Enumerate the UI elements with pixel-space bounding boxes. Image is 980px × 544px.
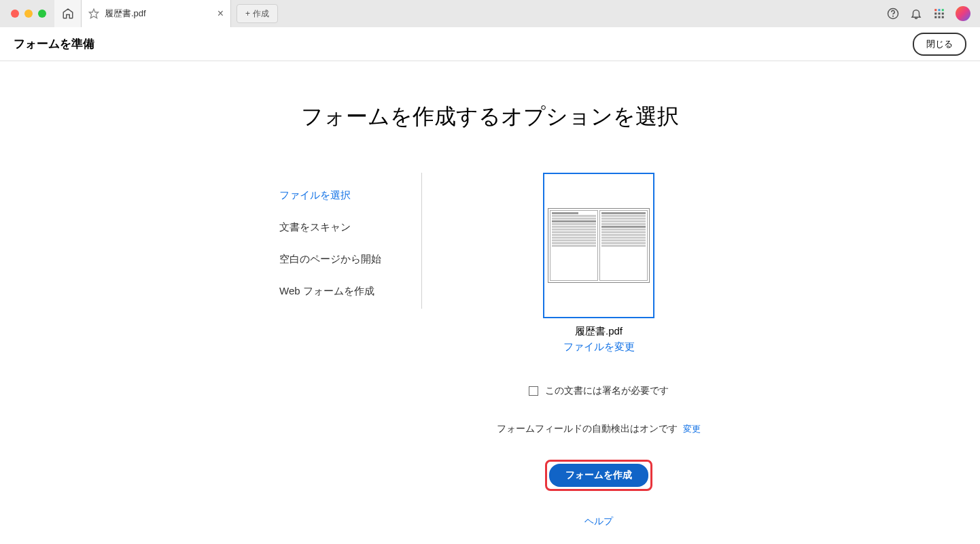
svg-point-2 [893,16,894,16]
titlebar: 履歴書.pdf × + 作成 [0,0,980,27]
main-title: フォームを作成するオプションを選択 [301,102,679,132]
svg-rect-5 [942,9,944,11]
svg-rect-8 [942,13,944,15]
close-window-button[interactable] [11,10,19,18]
signature-label: この文書には署名が必要です [545,385,669,397]
autodetect-change-link[interactable]: 変更 [683,423,701,435]
file-tab-label: 履歴書.pdf [105,7,212,20]
bell-icon[interactable] [909,7,923,20]
preview-area: 履歴書.pdf ファイルを変更 この文書には署名が必要です フォームフィールドの… [497,173,701,528]
preview-thumbnail [548,208,650,283]
signature-row: この文書には署名が必要です [529,385,669,397]
file-tab[interactable]: 履歴書.pdf × [82,0,231,27]
minimize-window-button[interactable] [24,10,33,18]
svg-rect-4 [939,9,941,11]
signature-checkbox[interactable] [529,386,538,396]
options-list: ファイルを選択 文書をスキャン 空白のページから開始 Web フォームを作成 [279,173,422,309]
page-title: フォームを準備 [14,36,94,52]
star-icon [88,8,99,19]
plus-icon: + [245,9,250,18]
autodetect-label: フォームフィールドの自動検出はオンです [497,423,678,435]
option-select-file[interactable]: ファイルを選択 [279,180,421,211]
svg-rect-6 [934,13,937,15]
svg-rect-11 [942,16,944,18]
svg-marker-0 [89,9,98,18]
create-form-button[interactable]: フォームを作成 [549,464,648,487]
help-icon[interactable] [886,7,900,20]
file-preview[interactable] [543,173,654,318]
main-content: フォームを作成するオプションを選択 ファイルを選択 文書をスキャン 空白のページ… [0,61,980,528]
profile-icon[interactable] [956,6,970,21]
preview-filename: 履歴書.pdf [575,325,623,338]
change-file-link[interactable]: ファイルを変更 [563,341,635,354]
apps-icon[interactable] [932,7,946,20]
close-button[interactable]: 閉じる [913,33,966,56]
home-tab[interactable] [54,0,82,27]
svg-rect-7 [939,13,941,15]
help-link[interactable]: ヘルプ [584,515,613,528]
header: フォームを準備 閉じる [0,27,980,61]
new-tab-button[interactable]: + 作成 [237,4,278,23]
option-scan-document[interactable]: 文書をスキャン [279,211,421,243]
options-area: ファイルを選択 文書をスキャン 空白のページから開始 Web フォームを作成 [279,173,701,528]
option-web-form[interactable]: Web フォームを作成 [279,275,421,307]
create-button-highlight: フォームを作成 [545,460,652,491]
svg-rect-9 [934,16,937,18]
titlebar-actions [886,6,980,21]
svg-point-12 [959,10,967,18]
autodetect-row: フォームフィールドの自動検出はオンです 変更 [497,423,701,435]
close-tab-icon[interactable]: × [217,7,224,20]
maximize-window-button[interactable] [38,10,46,18]
window-controls [0,10,54,18]
new-tab-label: 作成 [253,8,269,20]
option-start-blank[interactable]: 空白のページから開始 [279,243,421,275]
svg-rect-10 [939,16,941,18]
home-icon [62,7,74,20]
svg-rect-3 [934,9,937,11]
